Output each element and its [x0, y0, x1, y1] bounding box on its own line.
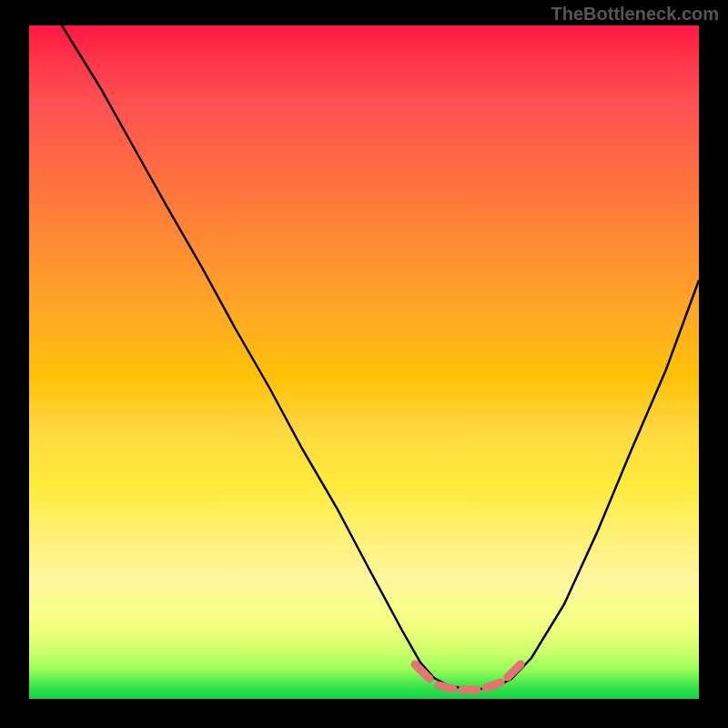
- optimal-zone-marker: [415, 664, 521, 690]
- bottleneck-curve-path: [62, 25, 699, 689]
- chart-plot-area: [29, 25, 699, 699]
- watermark-text: TheBottleneck.com: [551, 4, 719, 25]
- chart-curve-svg: [29, 25, 699, 699]
